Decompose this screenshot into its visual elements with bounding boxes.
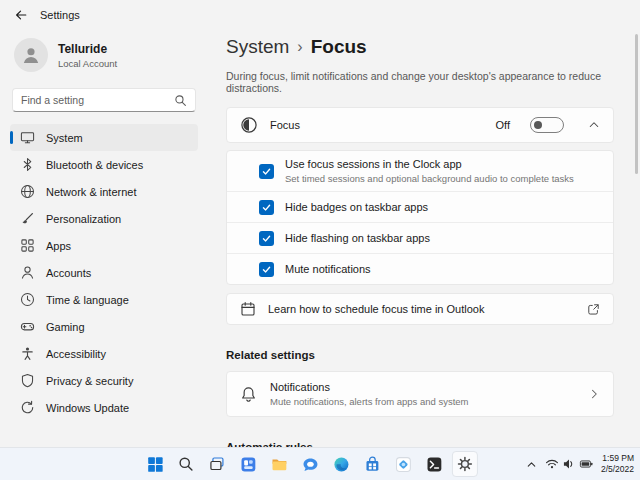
check-icon	[261, 264, 272, 275]
option-label: Use focus sessions in the Clock app	[285, 158, 574, 170]
page-title: Focus	[311, 36, 367, 58]
task-view-icon	[209, 456, 225, 472]
widgets-icon	[239, 456, 256, 473]
taskbar-search-button[interactable]	[173, 451, 199, 477]
chevron-up-icon[interactable]	[588, 119, 600, 131]
store-button[interactable]	[359, 451, 385, 477]
user-type: Local Account	[58, 58, 117, 69]
back-arrow-icon	[14, 8, 28, 22]
page-description: During focus, limit notifications and ch…	[226, 70, 614, 94]
chevron-up-icon	[525, 458, 538, 471]
shield-icon	[20, 373, 35, 388]
sidebar-item-gaming[interactable]: Gaming	[10, 313, 198, 340]
clock-icon	[20, 292, 35, 307]
wifi-icon	[545, 457, 559, 471]
task-view-button[interactable]	[204, 451, 230, 477]
globe-icon	[20, 184, 35, 199]
learn-outlook-link[interactable]: Learn how to schedule focus time in Outl…	[226, 293, 614, 325]
search-input[interactable]	[21, 94, 174, 106]
file-explorer-button[interactable]	[266, 451, 292, 477]
sidebar-item-accounts[interactable]: Accounts	[10, 259, 198, 286]
checkbox-focus-sessions[interactable]	[259, 164, 274, 179]
back-button[interactable]	[14, 8, 28, 22]
terminal-button[interactable]	[421, 451, 447, 477]
option-hide-badges[interactable]: Hide badges on taskbar apps	[227, 191, 613, 222]
sidebar-item-apps[interactable]: Apps	[10, 232, 198, 259]
toggle-knob	[534, 121, 542, 129]
notifications-subtitle: Mute notifications, alerts from apps and…	[270, 396, 575, 407]
settings-taskbar-button[interactable]	[452, 451, 478, 477]
battery-icon	[579, 457, 594, 471]
option-subtitle: Set timed sessions and optional backgrou…	[285, 173, 574, 184]
focus-label: Focus	[270, 119, 484, 131]
option-hide-flashing[interactable]: Hide flashing on taskbar apps	[227, 222, 613, 253]
breadcrumb: System › Focus	[226, 36, 614, 58]
check-icon	[261, 233, 272, 244]
edge-button[interactable]	[328, 451, 354, 477]
sidebar-item-label: Network & internet	[46, 186, 136, 198]
option-mute-notifications[interactable]: Mute notifications	[227, 253, 613, 284]
clock-time: 1:59 PM	[601, 453, 634, 464]
tray-overflow-button[interactable]	[525, 458, 538, 471]
photos-icon	[394, 456, 411, 473]
breadcrumb-system[interactable]: System	[226, 36, 289, 58]
search-icon	[174, 94, 187, 107]
gear-icon	[457, 456, 473, 472]
user-account[interactable]: Telluride Local Account	[10, 32, 198, 78]
start-button[interactable]	[142, 451, 168, 477]
sidebar-item-label: Windows Update	[46, 402, 129, 414]
main-content: System › Focus During focus, limit notif…	[208, 30, 640, 447]
option-label: Mute notifications	[285, 263, 371, 275]
calendar-icon	[240, 301, 256, 317]
sidebar-item-label: System	[46, 132, 83, 144]
sidebar-item-windows-update[interactable]: Windows Update	[10, 394, 198, 421]
volume-icon	[562, 457, 576, 471]
chat-button[interactable]	[297, 451, 323, 477]
edge-browser-icon	[332, 456, 349, 473]
checkbox-mute-notifications[interactable]	[259, 262, 274, 277]
chevron-right-icon	[588, 388, 600, 400]
search-box[interactable]	[12, 88, 196, 112]
sidebar-item-label: Time & language	[46, 294, 129, 306]
sidebar: Telluride Local Account System Bluetooth…	[0, 30, 208, 447]
display-icon	[20, 130, 35, 145]
sidebar-item-label: Bluetooth & devices	[46, 159, 143, 171]
clock-date: 2/5/2022	[601, 464, 634, 475]
system-tray-cluster[interactable]	[545, 457, 594, 471]
option-focus-sessions[interactable]: Use focus sessions in the Clock app Set …	[227, 151, 613, 191]
sidebar-item-system[interactable]: System	[10, 124, 198, 151]
scrollbar-thumb[interactable]	[635, 34, 638, 174]
sidebar-item-accessibility[interactable]: Accessibility	[10, 340, 198, 367]
gamepad-icon	[20, 319, 35, 334]
sidebar-item-time-language[interactable]: Time & language	[10, 286, 198, 313]
search-icon	[178, 456, 194, 472]
notifications-label: Notifications	[270, 381, 575, 393]
windows-start-icon	[146, 456, 163, 473]
related-settings-heading: Related settings	[226, 349, 614, 361]
taskbar-clock[interactable]: 1:59 PM 2/5/2022	[601, 453, 634, 476]
checkbox-hide-badges[interactable]	[259, 200, 274, 215]
focus-toggle-state: Off	[496, 119, 510, 131]
notifications-link-card[interactable]: Notifications Mute notifications, alerts…	[226, 371, 614, 417]
sidebar-item-label: Accounts	[46, 267, 91, 279]
focus-expander-header[interactable]: Focus Off	[226, 107, 614, 143]
widgets-button[interactable]	[235, 451, 261, 477]
bluetooth-icon	[20, 157, 35, 172]
checkbox-hide-flashing[interactable]	[259, 231, 274, 246]
titlebar: Settings	[0, 0, 640, 30]
sidebar-item-label: Privacy & security	[46, 375, 133, 387]
focus-toggle[interactable]	[530, 117, 564, 133]
bell-icon	[240, 386, 257, 403]
sidebar-item-label: Apps	[46, 240, 71, 252]
focus-options-group: Use focus sessions in the Clock app Set …	[226, 150, 614, 285]
check-icon	[261, 202, 272, 213]
sidebar-item-label: Gaming	[46, 321, 85, 333]
folder-icon	[270, 456, 287, 473]
sidebar-item-privacy[interactable]: Privacy & security	[10, 367, 198, 394]
photos-button[interactable]	[390, 451, 416, 477]
sidebar-item-personalization[interactable]: Personalization	[10, 205, 198, 232]
sidebar-item-network[interactable]: Network & internet	[10, 178, 198, 205]
chat-bubble-icon	[301, 456, 318, 473]
focus-icon	[240, 116, 258, 134]
sidebar-item-bluetooth[interactable]: Bluetooth & devices	[10, 151, 198, 178]
